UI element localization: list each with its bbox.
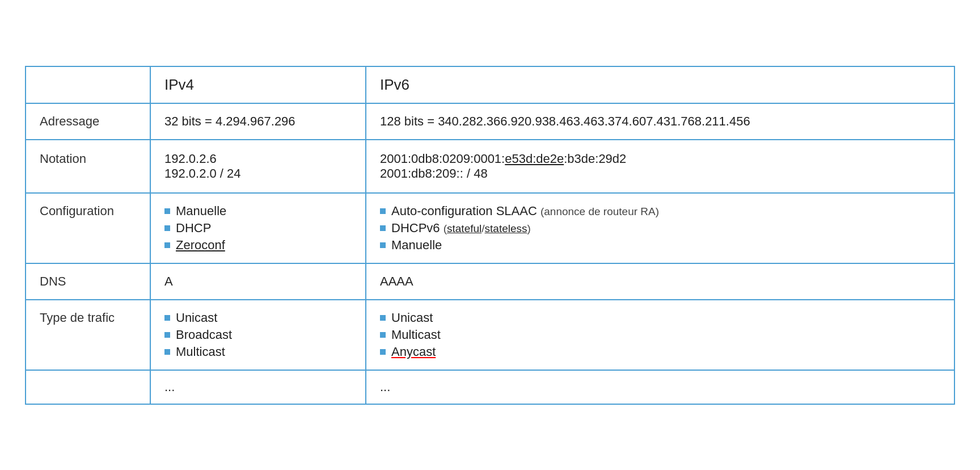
- dns-label: DNS: [26, 263, 150, 300]
- list-item: Manuelle: [380, 238, 940, 253]
- notation-ipv4: 192.0.2.6 192.0.2.0 / 24: [150, 140, 366, 193]
- notation-label: Notation: [26, 140, 150, 193]
- bullet-icon: [164, 332, 170, 338]
- bullet-icon: [380, 332, 386, 338]
- configuration-ipv6: Auto-configuration SLAAC (annonce de rou…: [366, 193, 954, 263]
- traffic-label: Type de trafic: [26, 300, 150, 370]
- dns-ipv6: AAAA: [366, 263, 954, 300]
- dns-ipv4: A: [150, 263, 366, 300]
- bullet-icon: [164, 208, 170, 214]
- header-ipv6-col: IPv6: [366, 66, 954, 103]
- config-ipv6-item3: Manuelle: [391, 238, 442, 253]
- header-ipv4-col: IPv4: [150, 66, 366, 103]
- list-item: Zeroconf: [164, 238, 352, 253]
- list-item: Unicast: [380, 310, 940, 325]
- traffic-ipv4-list: Unicast Broadcast Multicast: [164, 310, 352, 359]
- list-item: DHCP: [164, 221, 352, 236]
- stateless-link: stateless: [485, 223, 527, 234]
- bullet-icon: [164, 242, 170, 248]
- dns-row: DNS A AAAA: [26, 263, 954, 300]
- config-ipv6-item2: DHCPv6 (stateful/stateless): [391, 221, 531, 236]
- list-item: Unicast: [164, 310, 352, 325]
- adressage-label: Adressage: [26, 103, 150, 140]
- extra-ipv6: ...: [366, 370, 954, 404]
- notation-ipv6-line2: 2001:db8:209:: / 48: [380, 166, 940, 181]
- traffic-ipv4-item2: Broadcast: [176, 328, 232, 342]
- configuration-ipv4-list: Manuelle DHCP Zeroconf: [164, 204, 352, 253]
- bullet-icon: [380, 242, 386, 248]
- bullet-icon: [164, 225, 170, 231]
- configuration-ipv4: Manuelle DHCP Zeroconf: [150, 193, 366, 263]
- notation-ipv6: 2001:0db8:0209:0001:e53d:de2e:b3de:29d2 …: [366, 140, 954, 193]
- bullet-icon: [380, 349, 386, 355]
- header-label-col: [26, 66, 150, 103]
- traffic-row: Type de trafic Unicast Broadcast Multica…: [26, 300, 954, 370]
- list-item: Auto-configuration SLAAC (annonce de rou…: [380, 204, 940, 219]
- ipv4-ipv6-comparison-table: IPv4 IPv6 Adressage 32 bits = 4.294.967.…: [25, 66, 955, 405]
- bullet-icon: [380, 315, 386, 321]
- traffic-ipv4-item3: Multicast: [176, 345, 225, 359]
- configuration-ipv6-list: Auto-configuration SLAAC (annonce de rou…: [380, 204, 940, 253]
- list-item: Anycast: [380, 345, 940, 359]
- config-ipv6-item1: Auto-configuration SLAAC (annonce de rou…: [391, 204, 659, 219]
- bullet-icon: [380, 225, 386, 231]
- config-ipv6-item2-paren: (stateful/stateless): [443, 223, 531, 234]
- extra-ipv4: ...: [150, 370, 366, 404]
- list-item: Broadcast: [164, 328, 352, 342]
- config-ipv4-item3: Zeroconf: [176, 238, 225, 253]
- traffic-ipv4-item1: Unicast: [176, 310, 217, 325]
- config-ipv4-item1: Manuelle: [176, 204, 226, 219]
- notation-ipv6-line1-underline: e53d:de2e: [505, 152, 564, 166]
- bullet-icon: [164, 349, 170, 355]
- notation-ipv4-line1: 192.0.2.6: [164, 152, 352, 166]
- notation-row: Notation 192.0.2.6 192.0.2.0 / 24 2001:0…: [26, 140, 954, 193]
- stateful-link: stateful: [447, 223, 481, 234]
- comparison-table-wrapper: IPv4 IPv6 Adressage 32 bits = 4.294.967.…: [25, 66, 955, 405]
- traffic-ipv4: Unicast Broadcast Multicast: [150, 300, 366, 370]
- notation-ipv6-line1-pre: 2001:0db8:0209:0001:: [380, 152, 505, 166]
- list-item: Multicast: [164, 345, 352, 359]
- notation-ipv6-line1: 2001:0db8:0209:0001:e53d:de2e:b3de:29d2: [380, 152, 940, 166]
- configuration-label: Configuration: [26, 193, 150, 263]
- extra-row: ... ...: [26, 370, 954, 404]
- adressage-ipv6: 128 bits = 340.282.366.920.938.463.463.3…: [366, 103, 954, 140]
- adressage-ipv4: 32 bits = 4.294.967.296: [150, 103, 366, 140]
- notation-ipv6-line1-post: :b3de:29d2: [564, 152, 626, 166]
- list-item: Multicast: [380, 328, 940, 342]
- traffic-ipv6-item2: Multicast: [391, 328, 441, 342]
- bullet-icon: [164, 315, 170, 321]
- traffic-ipv6-item1: Unicast: [391, 310, 433, 325]
- traffic-ipv6-item3: Anycast: [391, 345, 436, 359]
- list-item: DHCPv6 (stateful/stateless): [380, 221, 940, 236]
- configuration-row: Configuration Manuelle DHCP Zeroconf: [26, 193, 954, 263]
- extra-label: [26, 370, 150, 404]
- list-item: Manuelle: [164, 204, 352, 219]
- adressage-row: Adressage 32 bits = 4.294.967.296 128 bi…: [26, 103, 954, 140]
- traffic-ipv6: Unicast Multicast Anycast: [366, 300, 954, 370]
- config-ipv4-item2: DHCP: [176, 221, 211, 236]
- header-row: IPv4 IPv6: [26, 66, 954, 103]
- bullet-icon: [380, 208, 386, 214]
- traffic-ipv6-list: Unicast Multicast Anycast: [380, 310, 940, 359]
- notation-ipv4-line2: 192.0.2.0 / 24: [164, 166, 352, 181]
- config-ipv6-item1-paren: (annonce de routeur RA): [540, 205, 659, 217]
